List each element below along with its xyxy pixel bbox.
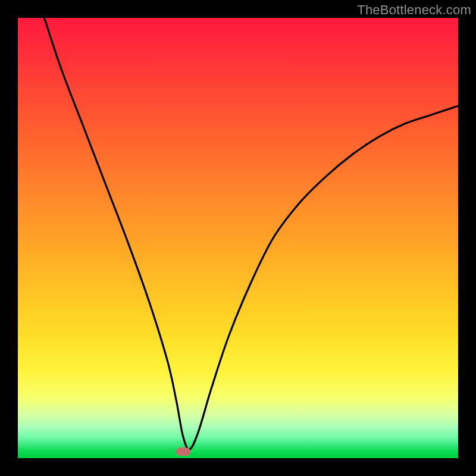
watermark-text: TheBottleneck.com: [357, 2, 471, 18]
plot-area: [18, 18, 458, 458]
optimal-point-marker: [176, 447, 190, 456]
bottleneck-curve: [18, 18, 458, 458]
chart-frame: TheBottleneck.com: [0, 0, 476, 476]
